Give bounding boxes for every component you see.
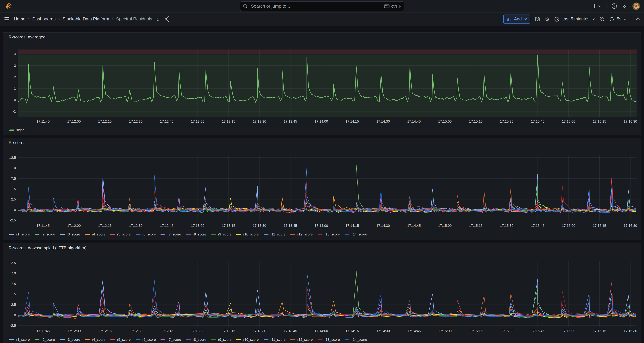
breadcrumb-item-dashboards[interactable]: Dashboards xyxy=(32,17,56,22)
legend-item-r13_score[interactable]: r13_score xyxy=(318,338,340,341)
legend-item-r4_score[interactable]: r4_score xyxy=(85,232,105,236)
time-series-chart[interactable]: 17:11:4517:12:0017:12:1517:12:3017:12:45… xyxy=(6,252,639,335)
legend-label: r4_score xyxy=(92,338,105,341)
mega-menu-button[interactable] xyxy=(4,17,10,21)
breadcrumb-item-home[interactable]: Home xyxy=(14,17,26,22)
y-tick-label: 10 xyxy=(12,166,16,170)
legend-item-r9_score[interactable]: r9_score xyxy=(211,338,232,341)
panel-header[interactable]: R-scores xyxy=(3,138,641,147)
legend-swatch xyxy=(110,339,115,340)
x-tick-label: 17:12:45 xyxy=(160,120,174,123)
legend-item-r5_score[interactable]: r5_score xyxy=(110,338,130,341)
panel-header[interactable]: R-scores: downsampled (LTTB algorithm) xyxy=(3,243,641,252)
search-input[interactable] xyxy=(250,3,382,9)
legend-item-r14_score[interactable]: r14_score xyxy=(345,232,367,236)
breadcrumb-item-stackable-data-platform[interactable]: Stackable Data Platform xyxy=(62,17,109,22)
refresh-interval-select[interactable]: 5s xyxy=(617,17,626,22)
panel-header[interactable]: R-scores: averaged xyxy=(3,33,641,42)
legend-item-r3_score[interactable]: r3_score xyxy=(60,338,80,341)
time-range-picker[interactable]: Last 5 minutes xyxy=(554,17,595,22)
y-tick-label: 2.5 xyxy=(11,197,16,201)
legend-item-r8_score[interactable]: r8_score xyxy=(186,338,206,341)
chevron-up-icon xyxy=(636,18,640,21)
add-button[interactable]: Add xyxy=(503,15,530,24)
top-bar: ctrl+k xyxy=(0,0,644,13)
x-tick-label: 17:15:00 xyxy=(438,120,452,123)
x-tick-label: 17:11:45 xyxy=(36,120,50,123)
collapse-topbar-button[interactable] xyxy=(636,18,640,21)
legend-item-signal[interactable]: signal xyxy=(9,128,25,132)
x-tick-label: 17:12:15 xyxy=(98,120,112,123)
search-box[interactable]: ctrl+k xyxy=(240,1,404,11)
legend-item-r11_score[interactable]: r11_score xyxy=(264,338,286,341)
search-icon xyxy=(243,4,248,9)
legend-swatch xyxy=(264,339,268,340)
legend-label: r11_score xyxy=(270,232,286,236)
legend-item-r3_score[interactable]: r3_score xyxy=(60,232,80,236)
x-tick-label: 17:16:15 xyxy=(593,120,606,123)
legend-item-r8_score[interactable]: r8_score xyxy=(186,232,206,236)
legend-item-r12_score[interactable]: r12_score xyxy=(290,232,313,236)
zoom-out-button[interactable] xyxy=(599,16,605,22)
dashboard-settings-button[interactable]: ⚙ xyxy=(545,17,550,22)
y-tick-label: 12.5 xyxy=(9,261,16,265)
legend-swatch xyxy=(211,339,216,340)
legend-item-r6_score[interactable]: r6_score xyxy=(136,338,156,341)
legend-item-r2_score[interactable]: r2_score xyxy=(34,338,55,341)
save-dashboard-button[interactable] xyxy=(535,16,540,22)
x-tick-label: 17:12:00 xyxy=(67,329,81,333)
legend-swatch xyxy=(186,234,191,235)
time-series-chart[interactable]: 17:11:4517:12:0017:12:1517:12:3017:12:45… xyxy=(6,147,639,230)
time-series-chart[interactable]: 17:11:4517:12:0017:12:1517:12:3017:12:45… xyxy=(6,42,639,126)
legend-item-r2_score[interactable]: r2_score xyxy=(34,232,55,236)
legend-item-r9_score[interactable]: r9_score xyxy=(211,232,232,236)
series-line-r12_score xyxy=(18,293,636,318)
legend-swatch xyxy=(186,339,191,340)
legend-label: r2_score xyxy=(42,338,55,341)
legend-swatch xyxy=(345,339,350,340)
shortcut-label: ctrl+k xyxy=(391,4,401,9)
x-tick-label: 17:11:45 xyxy=(36,329,50,333)
legend-item-r14_score[interactable]: r14_score xyxy=(345,338,367,341)
legend-item-r4_score[interactable]: r4_score xyxy=(85,338,105,341)
legend-item-r7_score[interactable]: r7_score xyxy=(161,338,181,341)
legend-item-r10_score[interactable]: r10_score xyxy=(236,338,258,341)
legend-label: r7_score xyxy=(168,338,181,341)
legend-swatch xyxy=(9,339,14,340)
new-button[interactable] xyxy=(592,4,601,9)
legend-item-r6_score[interactable]: r6_score xyxy=(136,232,156,236)
legend-item-r5_score[interactable]: r5_score xyxy=(110,232,130,236)
legend-item-r11_score[interactable]: r11_score xyxy=(264,232,286,236)
legend-item-r13_score[interactable]: r13_score xyxy=(318,232,340,236)
y-tick-label: 7.5 xyxy=(11,177,16,180)
favorite-button[interactable]: ☆ xyxy=(156,17,160,22)
legend-label: r1_score xyxy=(16,338,30,341)
help-button[interactable] xyxy=(611,3,617,9)
grafana-logo-icon[interactable] xyxy=(4,2,12,10)
news-button[interactable] xyxy=(622,3,628,9)
y-tick-label: -2.5 xyxy=(10,218,16,222)
legend-label: r3_score xyxy=(67,338,80,341)
series-line-r6_score xyxy=(18,175,636,213)
refresh-button[interactable] xyxy=(609,17,614,22)
x-tick-label: 17:15:45 xyxy=(531,120,544,123)
x-tick-label: 17:13:30 xyxy=(253,120,266,123)
legend-swatch xyxy=(211,234,216,235)
legend-item-r1_score[interactable]: r1_score xyxy=(9,232,30,236)
x-tick-label: 17:16:15 xyxy=(593,224,606,227)
legend-label: r10_score xyxy=(243,232,258,236)
legend-item-r7_score[interactable]: r7_score xyxy=(161,232,181,236)
plus-icon xyxy=(592,4,597,9)
dashboard-grid: R-scores: averaged 17:11:4517:12:0017:12… xyxy=(0,26,644,343)
legend-item-r10_score[interactable]: r10_score xyxy=(236,232,258,236)
breadcrumb-separator: › xyxy=(112,17,113,22)
legend-item-r1_score[interactable]: r1_score xyxy=(9,338,30,341)
legend-item-r12_score[interactable]: r12_score xyxy=(290,338,313,341)
panel-r-scores: R-scores 17:11:4517:12:0017:12:1517:12:3… xyxy=(3,138,642,240)
toolbar-divider xyxy=(631,16,631,22)
avatar[interactable] xyxy=(632,2,640,10)
panel-r-scores-averaged: R-scores: averaged 17:11:4517:12:0017:12… xyxy=(3,32,642,135)
legend-swatch xyxy=(236,234,241,235)
share-button[interactable] xyxy=(164,16,170,22)
x-tick-label: 17:12:15 xyxy=(98,224,112,227)
